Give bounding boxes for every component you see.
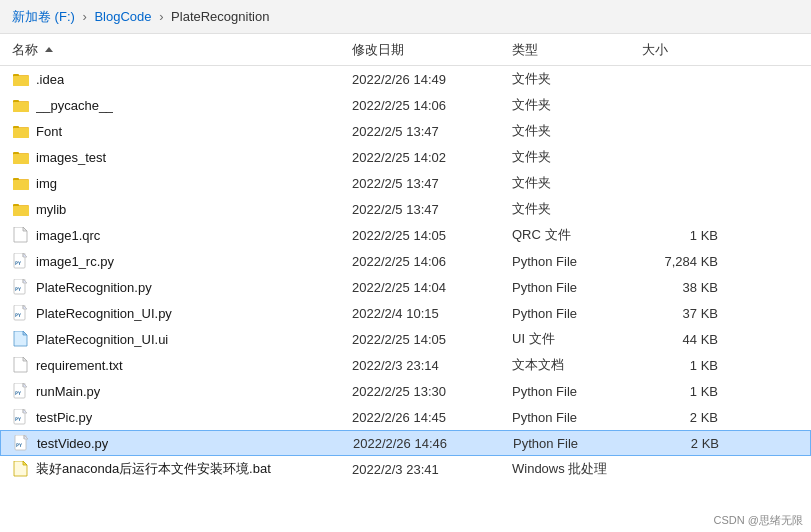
file-date-cell: 2022/2/4 10:15: [352, 306, 512, 321]
breadcrumb-current: PlateRecognition: [171, 9, 269, 24]
file-name-label: 装好anaconda后运行本文件安装环境.bat: [36, 460, 271, 478]
file-date-cell: 2022/2/26 14:49: [352, 72, 512, 87]
table-row[interactable]: requirement.txt 2022/2/3 23:14 文本文档 1 KB: [0, 352, 811, 378]
file-name-cell: images_test: [12, 148, 352, 166]
svg-rect-7: [13, 102, 29, 112]
file-name-cell: PY PlateRecognition.py: [12, 278, 352, 296]
table-row[interactable]: PlateRecognition_UI.ui 2022/2/25 14:05 U…: [0, 326, 811, 352]
file-type-cell: 文件夹: [512, 70, 642, 88]
file-type-cell: Python File: [512, 384, 642, 399]
file-name-cell: PY image1_rc.py: [12, 252, 352, 270]
table-row[interactable]: PY PlateRecognition.py 2022/2/25 14:04 P…: [0, 274, 811, 300]
file-name-cell: 装好anaconda后运行本文件安装环境.bat: [12, 460, 352, 478]
svg-rect-23: [13, 206, 29, 216]
table-row[interactable]: mylib 2022/2/5 13:47 文件夹: [0, 196, 811, 222]
svg-marker-25: [23, 227, 27, 231]
file-date-cell: 2022/2/3 23:14: [352, 358, 512, 373]
file-icon: PY: [12, 252, 30, 270]
file-name-label: __pycache__: [36, 98, 113, 113]
file-name-label: .idea: [36, 72, 64, 87]
col-header-type[interactable]: 类型: [512, 41, 642, 59]
file-name-label: runMain.py: [36, 384, 100, 399]
file-icon: [12, 200, 30, 218]
file-icon: [12, 174, 30, 192]
table-row[interactable]: PY image1_rc.py 2022/2/25 14:06 Python F…: [0, 248, 811, 274]
file-icon: PY: [12, 304, 30, 322]
file-type-cell: Python File: [512, 254, 642, 269]
file-icon: PY: [12, 382, 30, 400]
file-date-cell: 2022/2/3 23:41: [352, 462, 512, 477]
file-type-cell: Python File: [513, 436, 643, 451]
file-date-cell: 2022/2/25 14:02: [352, 150, 512, 165]
file-date-cell: 2022/2/25 13:30: [352, 384, 512, 399]
file-size-cell: 7,284 KB: [642, 254, 722, 269]
file-name-cell: requirement.txt: [12, 356, 352, 374]
file-size-cell: 38 KB: [642, 280, 722, 295]
svg-text:PY: PY: [16, 442, 22, 448]
file-name-label: Font: [36, 124, 62, 139]
file-name-cell: PY runMain.py: [12, 382, 352, 400]
file-name-cell: Font: [12, 122, 352, 140]
file-name-label: PlateRecognition_UI.py: [36, 306, 172, 321]
file-icon: [12, 122, 30, 140]
file-icon: [12, 226, 30, 244]
table-row[interactable]: PY runMain.py 2022/2/25 13:30 Python Fil…: [0, 378, 811, 404]
file-type-cell: 文件夹: [512, 200, 642, 218]
file-name-label: requirement.txt: [36, 358, 123, 373]
file-name-cell: PY testPic.py: [12, 408, 352, 426]
file-size-cell: 1 KB: [642, 384, 722, 399]
file-icon: [12, 96, 30, 114]
table-row[interactable]: PY PlateRecognition_UI.py 2022/2/4 10:15…: [0, 300, 811, 326]
file-date-cell: 2022/2/25 14:06: [352, 98, 512, 113]
file-icon: [12, 70, 30, 88]
breadcrumb-blogcode[interactable]: BlogCode: [94, 9, 151, 24]
svg-rect-15: [13, 154, 29, 164]
table-row[interactable]: Font 2022/2/5 13:47 文件夹: [0, 118, 811, 144]
table-row[interactable]: .idea 2022/2/26 14:49 文件夹: [0, 66, 811, 92]
file-size-cell: 37 KB: [642, 306, 722, 321]
file-size-cell: 2 KB: [642, 410, 722, 425]
table-row[interactable]: images_test 2022/2/25 14:02 文件夹: [0, 144, 811, 170]
col-header-size[interactable]: 大小: [642, 41, 722, 59]
file-name-label: image1_rc.py: [36, 254, 114, 269]
file-name-cell: __pycache__: [12, 96, 352, 114]
svg-text:PY: PY: [15, 312, 21, 318]
file-date-cell: 2022/2/25 14:05: [352, 332, 512, 347]
file-list: .idea 2022/2/26 14:49 文件夹 __pycache__ 20…: [0, 66, 811, 532]
file-type-cell: Python File: [512, 306, 642, 321]
file-type-cell: Windows 批处理: [512, 460, 642, 478]
file-type-cell: 文件夹: [512, 148, 642, 166]
table-row[interactable]: image1.qrc 2022/2/25 14:05 QRC 文件 1 KB: [0, 222, 811, 248]
svg-marker-39: [23, 331, 27, 335]
svg-text:PY: PY: [15, 390, 21, 396]
file-name-cell: img: [12, 174, 352, 192]
file-size-cell: 2 KB: [643, 436, 723, 451]
file-size-cell: 1 KB: [642, 228, 722, 243]
col-header-date[interactable]: 修改日期: [352, 41, 512, 59]
file-name-label: mylib: [36, 202, 66, 217]
file-name-label: image1.qrc: [36, 228, 100, 243]
breadcrumb: 新加卷 (F:) › BlogCode › PlateRecognition: [12, 8, 269, 26]
column-headers: 名称 修改日期 类型 大小: [0, 34, 811, 66]
file-date-cell: 2022/2/5 13:47: [352, 124, 512, 139]
table-row[interactable]: __pycache__ 2022/2/25 14:06 文件夹: [0, 92, 811, 118]
file-name-cell: .idea: [12, 70, 352, 88]
file-icon: [12, 148, 30, 166]
file-name-label: testPic.py: [36, 410, 92, 425]
breadcrumb-drive[interactable]: 新加卷 (F:): [12, 9, 75, 24]
svg-rect-11: [13, 128, 29, 138]
file-date-cell: 2022/2/5 13:47: [352, 202, 512, 217]
file-icon: [12, 460, 30, 478]
file-name-cell: mylib: [12, 200, 352, 218]
file-type-cell: Python File: [512, 410, 642, 425]
table-row[interactable]: PY testVideo.py 2022/2/26 14:46 Python F…: [0, 430, 811, 456]
file-name-cell: PlateRecognition_UI.ui: [12, 330, 352, 348]
file-icon: PY: [12, 408, 30, 426]
file-date-cell: 2022/2/26 14:46: [353, 436, 513, 451]
file-name-label: PlateRecognition.py: [36, 280, 152, 295]
table-row[interactable]: 装好anaconda后运行本文件安装环境.bat 2022/2/3 23:41 …: [0, 456, 811, 482]
file-type-cell: QRC 文件: [512, 226, 642, 244]
col-header-name[interactable]: 名称: [12, 41, 352, 59]
table-row[interactable]: img 2022/2/5 13:47 文件夹: [0, 170, 811, 196]
table-row[interactable]: PY testPic.py 2022/2/26 14:45 Python Fil…: [0, 404, 811, 430]
